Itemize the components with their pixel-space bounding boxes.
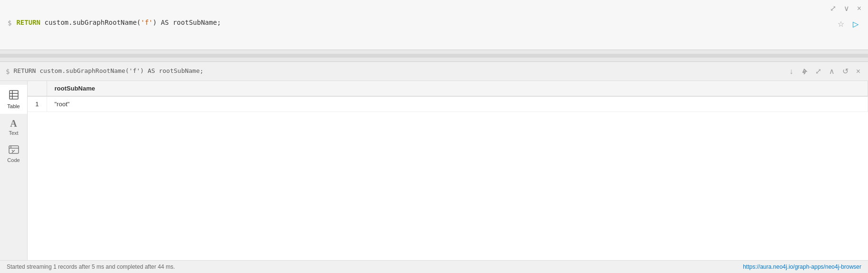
expand-icon[interactable]: ⤢ [828, 3, 838, 14]
results-area[interactable]: rootSubName 1 "root" [28, 81, 868, 260]
star-icon[interactable]: ☆ [836, 19, 846, 30]
bottom-query-text: $ RETURN custom.subGraphRootName('f') AS… [6, 67, 204, 75]
main-content: Table A Text Code [0, 81, 868, 260]
panel-divider [0, 54, 868, 58]
status-link[interactable]: https://aura.neo4j.io/graph-apps/neo4j-b… [743, 263, 861, 270]
sidebar: Table A Text Code [0, 81, 28, 260]
bottom-panel-header: $ RETURN custom.subGraphRootName('f') AS… [0, 62, 868, 81]
bottom-dollar: $ [6, 68, 10, 75]
sidebar-item-code[interactable]: Code [0, 141, 27, 168]
sidebar-code-label: Code [7, 157, 20, 163]
code-string-f: 'f' [141, 19, 153, 26]
sidebar-item-table[interactable]: Table [0, 85, 27, 114]
query-code: $ RETURN custom.subGraphRootName('f') AS… [0, 16, 868, 34]
bottom-results-panel: $ RETURN custom.subGraphRootName('f') AS… [0, 61, 868, 273]
status-message: Started streaming 1 records after 5 ms a… [7, 263, 175, 270]
top-toolbar: ⤢ ∨ × [0, 0, 868, 16]
row-number-1: 1 [28, 96, 47, 112]
bottom-expand-icon[interactable]: ⤢ [813, 66, 823, 77]
table-icon [9, 90, 19, 101]
run-icon[interactable]: ▷ [851, 19, 860, 30]
sidebar-item-text[interactable]: A Text [0, 114, 27, 141]
sidebar-table-label: Table [7, 103, 20, 109]
refresh-icon[interactable]: ↺ [840, 66, 850, 77]
column-rootsubname: rootSubName [47, 81, 868, 96]
bottom-toolbar: ↓ ⤢ ∧ ↺ × [788, 66, 862, 77]
pin-icon[interactable] [799, 67, 809, 76]
close-icon[interactable]: × [855, 3, 863, 14]
svg-rect-1 [10, 91, 18, 99]
bottom-query-content: RETURN custom.subGraphRootName('f') AS r… [13, 67, 203, 75]
chevron-up-icon[interactable]: ∧ [827, 66, 837, 77]
download-icon[interactable]: ↓ [788, 66, 795, 77]
dollar-sign: $ [8, 19, 11, 27]
top-query-panel: ⤢ ∨ × $ RETURN custom.subGraphRootName('… [0, 0, 868, 50]
svg-line-9 [12, 152, 13, 153]
code-icon [9, 145, 19, 155]
cell-rootsubname-1: "root" [47, 96, 868, 112]
bottom-close-icon[interactable]: × [854, 66, 862, 77]
table-header-row: rootSubName [28, 81, 868, 96]
code-function: custom.subGraphRootName( [44, 19, 140, 26]
svg-rect-5 [9, 146, 19, 153]
svg-line-10 [13, 150, 15, 152]
status-bar: Started streaming 1 records after 5 ms a… [0, 260, 868, 273]
text-icon: A [10, 119, 17, 128]
keyword-return: RETURN [16, 19, 40, 26]
table-row: 1 "root" [28, 96, 868, 112]
results-table: rootSubName 1 "root" [28, 81, 868, 112]
code-rest: ) AS rootSubName; [153, 19, 221, 26]
sidebar-text-label: Text [9, 130, 18, 136]
chevron-down-icon[interactable]: ∨ [842, 3, 851, 14]
code-content: RETURN custom.subGraphRootName('f') AS r… [16, 19, 221, 26]
